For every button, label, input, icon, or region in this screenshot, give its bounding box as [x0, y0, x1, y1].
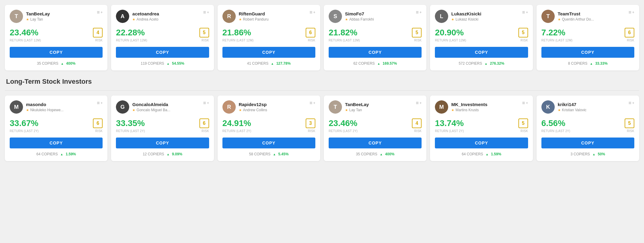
card-header: K krikri147 ★ Kristian Valovic ≡+: [541, 100, 634, 114]
user-info: Rapidev12sp ★ Andrew Collins: [239, 102, 267, 112]
stat-labels: RETURN (LAST 12M) RISK: [116, 39, 209, 42]
menu-icon[interactable]: ≡+: [522, 100, 528, 106]
copy-button[interactable]: COPY: [222, 47, 315, 58]
full-name: ★ Andrew Collins: [239, 108, 267, 112]
user-info: RiftenGuard ★ Robert Panduru: [239, 11, 269, 21]
copy-button[interactable]: COPY: [222, 138, 315, 148]
risk-box: 5: [412, 28, 422, 37]
svg-text:M: M: [14, 104, 19, 110]
copy-button[interactable]: COPY: [10, 47, 103, 58]
avatar: K: [541, 100, 555, 114]
trader-card-card-masondo: M masondo ★ Nkululeko Hopewe... ≡+ 33.67…: [5, 96, 107, 161]
full-name: ★ Lukasz Kisicki: [451, 17, 481, 21]
menu-icon[interactable]: ≡+: [310, 100, 315, 106]
star-icon: ★: [132, 18, 135, 21]
copy-button[interactable]: COPY: [329, 47, 422, 58]
trader-card-card-lukaszkisicki: L LukaszKisicki ★ Lukasz Kisicki ≡+ 20.9…: [430, 5, 533, 70]
menu-icon[interactable]: ≡+: [416, 10, 422, 15]
return-label: RETURN (LAST 2Y): [116, 129, 145, 133]
fullname-text: Kristian Valovic: [562, 108, 586, 112]
risk-box: 4: [412, 118, 422, 128]
card-footer: 12 COPIERS ▲ 9.09%: [116, 152, 209, 156]
menu-icon[interactable]: ≡+: [522, 10, 528, 15]
card-user: S SimoFo7 ★ Abbas Farrokhi: [329, 10, 374, 23]
menu-icon[interactable]: ≡+: [203, 100, 209, 106]
card-stats: 23.46% 4: [10, 28, 103, 37]
gain-arrow-icon: ▲: [485, 62, 488, 65]
card-user: A acetoandrea ★ Andrea Aceto: [116, 10, 159, 23]
risk-box: 3: [306, 118, 315, 128]
card-header: T TeamTrust ★ Quentin Arthur Do... ≡+: [541, 10, 634, 23]
menu-icon[interactable]: ≡+: [629, 100, 634, 106]
gain-arrow-icon: ▲: [485, 153, 488, 156]
svg-text:K: K: [546, 104, 550, 110]
trader-card-card-rapidev12sp: R Rapidev12sp ★ Andrew Collins ≡+ 24.91%…: [218, 96, 320, 161]
full-name: ★ Abbas Farrokhi: [345, 17, 374, 21]
fullname-text: Martins Krusts: [455, 108, 479, 112]
risk-box: 5: [518, 118, 528, 128]
return-percentage: 7.22%: [541, 28, 565, 37]
card-header: T TanBeeLay ★ Lay Tan ≡+: [10, 10, 103, 23]
copy-button[interactable]: COPY: [10, 138, 103, 148]
menu-icon[interactable]: ≡+: [97, 10, 103, 15]
fullname-text: Andrea Aceto: [136, 17, 158, 21]
copy-button[interactable]: COPY: [116, 138, 209, 148]
copy-button[interactable]: COPY: [435, 47, 528, 58]
risk-label: RISK: [521, 39, 528, 42]
copy-button[interactable]: COPY: [116, 47, 209, 58]
avatar: T: [10, 10, 23, 23]
user-info: acetoandrea ★ Andrea Aceto: [132, 11, 159, 21]
avatar: S: [329, 10, 342, 23]
risk-label: RISK: [308, 39, 315, 42]
gain-percentage: 400%: [66, 61, 76, 66]
risk-label: RISK: [95, 39, 103, 42]
copy-button[interactable]: COPY: [541, 138, 634, 148]
copy-button[interactable]: COPY: [435, 138, 528, 148]
gain-percentage: 33.33%: [595, 61, 608, 66]
copiers-count: 3 COPIERS: [570, 152, 590, 156]
menu-icon[interactable]: ≡+: [310, 10, 315, 15]
stat-labels: RETURN (LAST 12M) RISK: [222, 39, 315, 42]
menu-icon[interactable]: ≡+: [629, 10, 634, 15]
menu-icon[interactable]: ≡+: [416, 100, 422, 106]
risk-label: RISK: [414, 129, 422, 133]
copy-button[interactable]: COPY: [329, 138, 422, 148]
username: SimoFo7: [345, 11, 374, 17]
username: Rapidev12sp: [239, 102, 267, 107]
stat-labels: RETURN (LAST 2Y) RISK: [222, 129, 315, 133]
card-footer: 8 COPIERS ▲ 33.33%: [541, 61, 634, 66]
card-user: R RiftenGuard ★ Robert Panduru: [222, 10, 269, 23]
menu-icon[interactable]: ≡+: [203, 10, 209, 15]
svg-text:T: T: [334, 104, 337, 110]
risk-box: 5: [625, 118, 634, 128]
return-label: RETURN (LAST 12M): [329, 39, 360, 42]
card-header: A acetoandrea ★ Andrea Aceto ≡+: [116, 10, 209, 23]
risk-box: 5: [518, 28, 528, 37]
gain-percentage: 127.78%: [276, 61, 291, 66]
return-percentage: 23.46%: [10, 28, 38, 37]
copiers-count: 12 COPIERS: [143, 152, 164, 156]
cards-grid-long-term: M masondo ★ Nkululeko Hopewe... ≡+ 33.67…: [5, 96, 639, 161]
copiers-count: 64 COPIERS: [36, 152, 58, 156]
stat-labels: RETURN (LAST 12M) RISK: [541, 39, 634, 42]
copiers-count: 35 COPIERS: [356, 152, 377, 156]
page-container: T TanBeeLay ★ Lay Tan ≡+ 23.46% 4 RETURN…: [5, 5, 639, 161]
fullname-text: Robert Panduru: [243, 17, 269, 21]
user-info: SimoFo7 ★ Abbas Farrokhi: [345, 11, 374, 21]
return-label: RETURN (LAST 12M): [116, 39, 147, 42]
return-label: RETURN (LAST 2Y): [222, 129, 251, 133]
card-stats: 33.67% 6: [10, 118, 103, 128]
menu-icon[interactable]: ≡+: [97, 100, 103, 106]
username: krikri147: [558, 102, 586, 107]
card-stats: 21.86% 6: [222, 28, 315, 37]
return-label: RETURN (LAST 2Y): [541, 129, 570, 133]
user-info: krikri147 ★ Kristian Valovic: [558, 102, 586, 112]
gain-arrow-icon: ▲: [592, 153, 595, 156]
card-footer: 119 COPIERS ▲ 54.55%: [116, 61, 209, 66]
card-stats: 22.28% 5: [116, 28, 209, 37]
card-user: M MK_Investments ★ Martins Krusts: [435, 100, 487, 114]
svg-text:R: R: [227, 13, 231, 19]
gain-arrow-icon: ▲: [590, 62, 593, 65]
stat-labels: RETURN (LAST 2Y) RISK: [116, 129, 209, 133]
copy-button[interactable]: COPY: [541, 47, 634, 58]
